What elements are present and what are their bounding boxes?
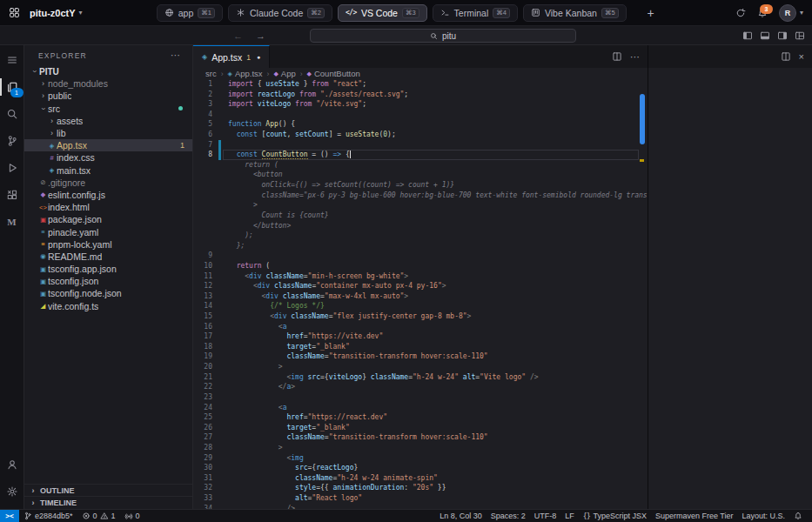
- code-line[interactable]: 2import reactLogo from "./assets/react.s…: [193, 90, 648, 100]
- code-line[interactable]: 12 <div className="container mx-auto px-…: [193, 281, 648, 291]
- ghost-code-line[interactable]: };: [193, 241, 648, 251]
- code-line[interactable]: 18 target="_blank": [193, 342, 648, 352]
- code-line[interactable]: 17 href="https://vite.dev": [193, 331, 648, 342]
- notifications-button[interactable]: 3: [757, 8, 768, 18]
- file-item-main.tsx[interactable]: ◈main.tsx: [24, 164, 192, 177]
- file-item-index.css[interactable]: #index.css: [24, 151, 192, 164]
- file-item-pnpm-lock.yaml[interactable]: ≡pnpm-lock.yaml: [24, 238, 192, 251]
- panel-left-icon[interactable]: [742, 30, 753, 41]
- workspace-tab-terminal[interactable]: Terminal⌘4: [433, 4, 518, 22]
- folder-item-pitu[interactable]: ›PITU: [24, 65, 192, 77]
- ghost-code-line[interactable]: <button: [193, 170, 648, 180]
- code-line[interactable]: 6 const [count, setCount] = useState(0);: [193, 130, 648, 140]
- file-item-tsconfig.app.json[interactable]: ▣tsconfig.app.json: [24, 263, 192, 275]
- code-editor[interactable]: 1import { useState } from "react";2impor…: [193, 79, 648, 509]
- file-item-package.json[interactable]: ▣package.json: [24, 213, 192, 225]
- code-line[interactable]: 5function App() {: [193, 119, 648, 130]
- ghost-code-line[interactable]: onClick={() => setCount((count) => count…: [193, 180, 648, 191]
- activity-run-debug[interactable]: [0, 157, 24, 179]
- code-line[interactable]: 22 </a>: [193, 382, 648, 392]
- status-item-spaces-2[interactable]: Spaces: 2: [487, 510, 530, 522]
- code-line[interactable]: 29 <img: [193, 453, 648, 464]
- status-item-lf[interactable]: LF: [560, 510, 579, 522]
- forward-button[interactable]: →: [256, 30, 265, 41]
- status-item-utf-8[interactable]: UTF-8: [530, 510, 561, 522]
- breadcrumb-item-countbutton[interactable]: ◆CountButton: [307, 69, 360, 78]
- refresh-button[interactable]: [735, 8, 746, 18]
- layout-icon[interactable]: [795, 30, 805, 41]
- overview-ruler-modified-marker[interactable]: [640, 94, 645, 144]
- file-item-index.html[interactable]: <>index.html: [24, 201, 192, 213]
- code-line[interactable]: 19 className="transition-transform hover…: [193, 351, 648, 362]
- breadcrumb-item-src[interactable]: src: [205, 69, 217, 78]
- breadcrumb-item-app.tsx[interactable]: ◈App.tsx: [228, 69, 263, 78]
- code-line[interactable]: 4: [193, 110, 648, 120]
- status-item-supermaven-free-tier[interactable]: Supermaven Free Tier: [651, 510, 738, 522]
- workspace-tab-vibe-kanban[interactable]: Vibe Kanban⌘5: [523, 4, 627, 22]
- activity-supermaven[interactable]: M: [0, 211, 24, 233]
- back-button[interactable]: ←: [233, 30, 243, 41]
- code-line[interactable]: 27 className="transition-transform hover…: [193, 432, 648, 443]
- ghost-code-line[interactable]: Count is {count}: [193, 211, 648, 221]
- ghost-code-line[interactable]: className="px-6 py-3 bg-blue-600 hover:b…: [193, 191, 648, 201]
- split-editor-icon[interactable]: [612, 51, 622, 62]
- workspace-switcher[interactable]: pitu-z0ctY ▾: [26, 6, 86, 20]
- code-line[interactable]: 24 <a: [193, 403, 648, 413]
- panel-bottom-icon[interactable]: [760, 30, 770, 41]
- status-item-ln-8-col-30[interactable]: Ln 8, Col 30: [435, 510, 487, 522]
- activity-menu[interactable]: [0, 49, 24, 71]
- code-line[interactable]: 8 const CountButton = () => {: [193, 150, 648, 160]
- editor-tab-app-tsx[interactable]: ◈ App.tsx 1 ●: [193, 45, 270, 68]
- more-actions-icon[interactable]: ⋯: [630, 51, 640, 63]
- code-line[interactable]: 25 href="https://react.dev": [193, 412, 648, 423]
- activity-search[interactable]: [0, 103, 24, 125]
- status-item-bell[interactable]: [789, 510, 807, 522]
- workspace-tab-app[interactable]: app⌘1: [157, 4, 223, 22]
- code-line[interactable]: 16 <a: [193, 322, 648, 332]
- file-item-tsconfig.json[interactable]: ▣tsconfig.json: [24, 275, 192, 287]
- file-item-app.tsx[interactable]: ◈App.tsx1: [24, 139, 192, 151]
- breadcrumb-item-app[interactable]: ◆App: [273, 69, 295, 78]
- code-line[interactable]: 32 style={{ animationDuration: "20s" }}: [193, 483, 648, 493]
- code-line[interactable]: 15 <div className="flex justify-center g…: [193, 311, 648, 322]
- code-line[interactable]: 30 src={reactLogo}: [193, 463, 648, 473]
- code-line[interactable]: 33 alt="React logo": [193, 493, 648, 504]
- split-editor-icon[interactable]: [781, 51, 791, 62]
- file-item-.gitignore[interactable]: ⊘.gitignore: [24, 177, 192, 189]
- activity-source-control[interactable]: [0, 130, 24, 152]
- new-tab-button[interactable]: +: [644, 5, 658, 21]
- code-line[interactable]: 13 <div className="max-w-4xl mx-auto">: [193, 291, 648, 302]
- code-line[interactable]: 7: [193, 140, 648, 151]
- section-outline[interactable]: ›OUTLINE: [24, 484, 192, 497]
- file-item-eslint.config.js[interactable]: ◆eslint.config.js: [24, 189, 192, 201]
- code-line[interactable]: 11 <div className="min-h-screen bg-white…: [193, 271, 648, 282]
- workspace-tab-claude-code[interactable]: Claude Code⌘2: [228, 4, 332, 22]
- status-item-layout-u-s-[interactable]: Layout: U.S.: [737, 510, 789, 522]
- section-timeline[interactable]: ›TIMELINE: [24, 496, 192, 509]
- ghost-code-line[interactable]: return (: [193, 160, 648, 171]
- panel-right-icon[interactable]: [777, 30, 788, 41]
- code-line[interactable]: 10 return (: [193, 261, 648, 271]
- file-item-vite.config.ts[interactable]: ◢vite.config.ts: [24, 300, 192, 312]
- code-line[interactable]: 26 target="_blank": [193, 423, 648, 433]
- activity-settings[interactable]: [0, 480, 24, 503]
- code-line[interactable]: 1import { useState } from "react";: [193, 79, 648, 90]
- folder-item-lib[interactable]: ›lib: [24, 127, 192, 139]
- ghost-code-line[interactable]: </button>: [193, 221, 648, 231]
- account-menu[interactable]: R ▾: [779, 4, 803, 22]
- close-group-icon[interactable]: ×: [799, 51, 804, 62]
- branch-status-item[interactable]: e2884db5*: [19, 510, 77, 522]
- folder-item-assets[interactable]: ›assets: [24, 115, 192, 127]
- code-line[interactable]: 23: [193, 392, 648, 403]
- command-center-search[interactable]: pitu: [310, 29, 576, 43]
- file-item-tsconfig.node.json[interactable]: ▣tsconfig.node.json: [24, 287, 192, 299]
- file-item-readme.md[interactable]: ◉README.md: [24, 251, 192, 263]
- status-item-typescript-jsx[interactable]: {}TypeScript JSX: [579, 510, 651, 522]
- code-line[interactable]: 9: [193, 251, 648, 261]
- code-line[interactable]: 31 className="h-24 w-24 animate-spin": [193, 473, 648, 484]
- code-line[interactable]: 28 >: [193, 443, 648, 453]
- folder-item-public[interactable]: ›public: [24, 90, 192, 102]
- explorer-more-actions-button[interactable]: ⋯: [165, 49, 185, 62]
- ghost-code-line[interactable]: >: [193, 200, 648, 211]
- activity-extensions[interactable]: [0, 184, 24, 206]
